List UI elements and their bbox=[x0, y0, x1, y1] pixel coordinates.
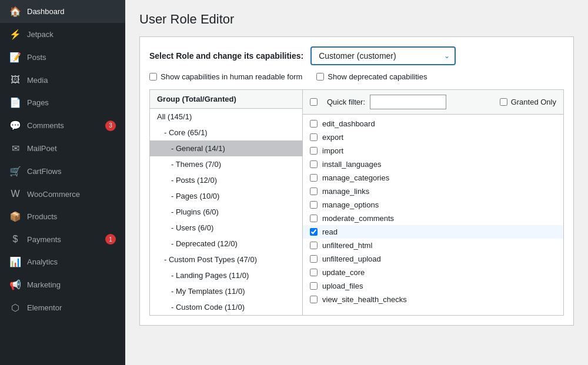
capability-item: manage_categories bbox=[303, 171, 563, 185]
capability-name: unfiltered_upload bbox=[322, 255, 381, 263]
deprecated-label[interactable]: Show deprecated capabilities bbox=[316, 72, 427, 81]
human-readable-label[interactable]: Show capabilities in human readable form bbox=[149, 72, 302, 81]
capability-checkbox-update_core[interactable] bbox=[310, 269, 318, 276]
capability-list: edit_dashboard export import install_lan… bbox=[303, 115, 563, 309]
capability-checkbox-unfiltered_upload[interactable] bbox=[310, 255, 318, 263]
group-list-item[interactable]: - Deprecated (12/0) bbox=[150, 236, 302, 252]
group-list-item[interactable]: - Core (65/1) bbox=[150, 125, 302, 140]
products-icon: 📦 bbox=[9, 211, 21, 222]
capability-checkbox-install_languages[interactable] bbox=[310, 160, 318, 168]
capability-name: manage_links bbox=[322, 187, 369, 196]
sidebar-item-label: Products bbox=[27, 212, 57, 221]
group-list-item[interactable]: - Posts (12/0) bbox=[150, 172, 302, 188]
deprecated-checkbox[interactable] bbox=[316, 73, 324, 81]
group-list-item[interactable]: All (145/1) bbox=[150, 109, 302, 125]
posts-icon: 📝 bbox=[9, 52, 21, 63]
select-all-checkbox[interactable] bbox=[310, 98, 318, 106]
group-list-item[interactable]: - Themes (7/0) bbox=[150, 156, 302, 172]
capability-item: manage_options bbox=[303, 198, 563, 212]
granted-only-checkbox[interactable] bbox=[500, 98, 507, 106]
sidebar-item-elementor[interactable]: ⬡ Elementor bbox=[0, 296, 125, 319]
pages-icon: 📄 bbox=[9, 97, 21, 108]
sidebar-item-label: Elementor bbox=[27, 303, 62, 312]
capability-checkbox-import[interactable] bbox=[310, 147, 318, 155]
capability-checkbox-view_site_health_checks[interactable] bbox=[310, 296, 318, 303]
jetpack-icon: ⚡ bbox=[9, 29, 21, 40]
capability-item: manage_links bbox=[303, 185, 563, 198]
capability-checkbox-read[interactable] bbox=[310, 228, 318, 236]
capability-item: read bbox=[303, 225, 563, 239]
capability-checkbox-manage_links[interactable] bbox=[310, 187, 318, 195]
role-select-wrapper: Administrator (administrator)Editor (edi… bbox=[310, 46, 456, 65]
capability-name: view_site_health_checks bbox=[322, 295, 407, 304]
sidebar-item-label: MailPoet bbox=[27, 144, 57, 153]
sidebar: 🏠 Dashboard ⚡ Jetpack 📝 Posts 🖼 Media 📄 … bbox=[0, 0, 125, 365]
sidebar-item-pages[interactable]: 📄 Pages bbox=[0, 91, 125, 114]
capability-item: moderate_comments bbox=[303, 212, 563, 225]
group-list-item[interactable]: - Landing Pages (11/0) bbox=[150, 267, 302, 283]
marketing-icon: 📢 bbox=[9, 279, 21, 290]
group-panel: Group (Total/Granted) All (145/1)- Core … bbox=[150, 90, 303, 315]
capability-name: manage_options bbox=[322, 200, 379, 209]
sidebar-item-label: Marketing bbox=[27, 280, 61, 289]
sidebar-item-woocommerce[interactable]: W WooCommerce bbox=[0, 183, 125, 205]
group-items-list: All (145/1)- Core (65/1)- General (14/1)… bbox=[150, 109, 302, 315]
role-select[interactable]: Administrator (administrator)Editor (edi… bbox=[310, 46, 456, 65]
capability-item: export bbox=[303, 130, 563, 144]
capability-checkbox-edit_dashboard[interactable] bbox=[310, 120, 318, 128]
capability-item: unfiltered_upload bbox=[303, 252, 563, 266]
mailpoet-icon: ✉ bbox=[9, 143, 21, 154]
group-header: Group (Total/Granted) bbox=[150, 90, 302, 109]
sidebar-item-analytics[interactable]: 📊 Analytics bbox=[0, 250, 125, 273]
capability-name: moderate_comments bbox=[322, 214, 394, 223]
capability-checkbox-upload_files[interactable] bbox=[310, 282, 318, 290]
sidebar-item-label: Analytics bbox=[27, 257, 58, 266]
sidebar-item-label: CartFlows bbox=[27, 167, 62, 176]
sidebar-item-payments[interactable]: $ Payments 1 bbox=[0, 228, 125, 250]
group-list-item[interactable]: - Users (6/0) bbox=[150, 220, 302, 236]
sidebar-item-label: Pages bbox=[27, 98, 49, 107]
quick-filter-label: Quick filter: bbox=[327, 98, 365, 106]
human-readable-checkbox[interactable] bbox=[149, 73, 157, 81]
capability-checkbox-moderate_comments[interactable] bbox=[310, 215, 318, 222]
sidebar-item-cartflows[interactable]: 🛒 CartFlows bbox=[0, 160, 125, 183]
capability-name: install_languages bbox=[322, 160, 381, 169]
capability-item: install_languages bbox=[303, 158, 563, 171]
sidebar-item-jetpack[interactable]: ⚡ Jetpack bbox=[0, 23, 125, 46]
sidebar-item-products[interactable]: 📦 Products bbox=[0, 205, 125, 228]
group-list-item[interactable]: - General (14/1) bbox=[150, 140, 302, 156]
group-list-item[interactable]: - Pages (10/0) bbox=[150, 188, 302, 204]
sidebar-item-label: Comments bbox=[27, 121, 64, 130]
capability-checkbox-manage_options[interactable] bbox=[310, 201, 318, 209]
sidebar-item-marketing[interactable]: 📢 Marketing bbox=[0, 273, 125, 296]
quick-filter-input[interactable] bbox=[370, 95, 446, 109]
capability-item: edit_dashboard bbox=[303, 117, 563, 130]
sidebar-item-label: Media bbox=[27, 76, 48, 85]
capability-checkbox-manage_categories[interactable] bbox=[310, 174, 318, 182]
group-list-item[interactable]: - Custom Code (11/0) bbox=[150, 299, 302, 315]
sidebar-item-posts[interactable]: 📝 Posts bbox=[0, 46, 125, 69]
comments-icon: 💬 bbox=[9, 120, 21, 131]
group-list-item[interactable]: - My Templates (11/0) bbox=[150, 283, 302, 299]
options-row: Show capabilities in human readable form… bbox=[149, 72, 564, 81]
elementor-icon: ⬡ bbox=[9, 302, 21, 313]
sidebar-item-dashboard[interactable]: 🏠 Dashboard bbox=[0, 0, 125, 23]
sidebar-item-label: Payments bbox=[27, 235, 61, 244]
capabilities-panel: Quick filter: Granted Only edit_dashboar… bbox=[303, 90, 563, 315]
woocommerce-icon: W bbox=[9, 189, 21, 199]
media-icon: 🖼 bbox=[9, 75, 21, 85]
dashboard-icon: 🏠 bbox=[9, 6, 21, 17]
capability-checkbox-export[interactable] bbox=[310, 133, 318, 141]
group-list-item[interactable]: - Custom Post Types (47/0) bbox=[150, 252, 302, 267]
capability-name: import bbox=[322, 146, 343, 155]
group-list-item[interactable]: - Plugins (6/0) bbox=[150, 204, 302, 220]
sidebar-item-label: Posts bbox=[27, 53, 46, 62]
granted-only-label: Granted Only bbox=[500, 98, 556, 106]
capability-name: export bbox=[322, 133, 343, 142]
capability-name: unfiltered_html bbox=[322, 241, 372, 250]
sidebar-item-mailpoet[interactable]: ✉ MailPoet bbox=[0, 137, 125, 160]
capability-checkbox-unfiltered_html[interactable] bbox=[310, 242, 318, 249]
sidebar-item-media[interactable]: 🖼 Media bbox=[0, 69, 125, 91]
sidebar-item-comments[interactable]: 💬 Comments 3 bbox=[0, 114, 125, 137]
editor-box: Select Role and change its capabilities:… bbox=[139, 36, 574, 326]
